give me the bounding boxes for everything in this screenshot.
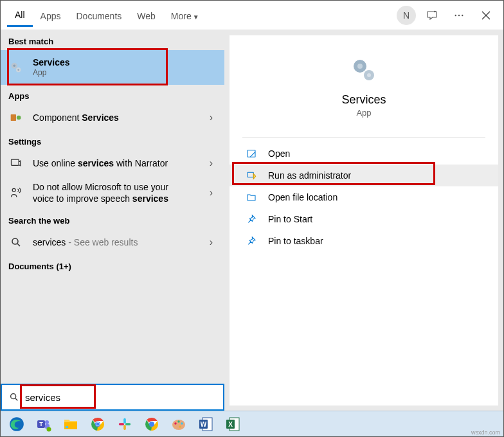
- search-bar: [1, 384, 224, 411]
- tab-more[interactable]: More▼: [163, 4, 207, 26]
- svg-point-1: [455, 14, 456, 15]
- result-sub: App: [33, 68, 217, 78]
- component-icon: [8, 110, 24, 125]
- tab-documents[interactable]: Documents: [68, 4, 129, 26]
- tab-web[interactable]: Web: [129, 4, 163, 26]
- svg-point-5: [13, 64, 15, 67]
- svg-text:X: X: [228, 421, 233, 428]
- svg-rect-10: [12, 159, 19, 165]
- folder-icon: [245, 191, 258, 204]
- taskbar-explorer-icon[interactable]: [59, 414, 83, 434]
- search-icon: [7, 392, 21, 402]
- svg-rect-27: [66, 426, 68, 428]
- search-input[interactable]: [21, 392, 218, 403]
- action-open[interactable]: Open: [230, 143, 498, 165]
- svg-point-15: [357, 64, 363, 69]
- chevron-right-icon: ›: [206, 157, 217, 169]
- section-documents: Documents (1+): [1, 255, 224, 275]
- svg-rect-26: [64, 422, 77, 429]
- gears-icon: [8, 60, 24, 75]
- search-icon: [8, 235, 24, 250]
- svg-point-41: [181, 422, 183, 424]
- preview-panel: Services App Open Run as administrator: [224, 30, 503, 411]
- taskbar-edge-icon[interactable]: [4, 414, 29, 434]
- svg-point-12: [12, 238, 18, 244]
- admin-icon: [245, 169, 258, 182]
- svg-point-7: [17, 69, 19, 71]
- preview-sub: App: [230, 108, 498, 118]
- taskbar-paint-icon[interactable]: [166, 414, 191, 434]
- tab-apps[interactable]: Apps: [33, 4, 69, 26]
- section-best-match: Best match: [1, 30, 224, 50]
- svg-point-25: [47, 427, 51, 431]
- gears-icon: [348, 55, 379, 85]
- svg-point-31: [96, 422, 100, 425]
- result-component-services[interactable]: Component Services ›: [1, 105, 224, 130]
- svg-point-9: [17, 115, 21, 120]
- taskbar-chrome2-icon[interactable]: [140, 414, 164, 434]
- more-icon[interactable]: [448, 4, 470, 26]
- taskbar-slack-icon[interactable]: [113, 414, 137, 434]
- preview-title: Services: [230, 93, 498, 107]
- chevron-right-icon: ›: [206, 187, 217, 199]
- action-pin-taskbar[interactable]: Pin to taskbar: [230, 230, 498, 252]
- svg-point-39: [174, 422, 176, 424]
- open-icon: [245, 147, 258, 160]
- svg-point-42: [179, 425, 181, 427]
- section-apps: Apps: [1, 85, 224, 105]
- pin-icon: [245, 213, 258, 226]
- svg-point-11: [12, 188, 15, 192]
- close-icon[interactable]: [475, 4, 497, 26]
- svg-rect-8: [11, 114, 16, 121]
- result-services-app[interactable]: Services App: [1, 50, 224, 85]
- svg-point-2: [458, 14, 460, 15]
- svg-point-0: [435, 11, 436, 12]
- taskbar: T W X: [1, 411, 503, 436]
- taskbar-chrome-icon[interactable]: [86, 414, 110, 434]
- svg-point-37: [149, 422, 154, 427]
- result-title: Services: [33, 57, 217, 68]
- svg-text:W: W: [201, 421, 207, 428]
- svg-rect-19: [248, 172, 253, 177]
- chevron-right-icon: ›: [206, 236, 217, 248]
- result-narrator-services[interactable]: Use online services with Narrator ›: [1, 150, 224, 176]
- svg-point-3: [462, 14, 463, 15]
- tab-bar: All Apps Documents Web More▼ N: [1, 1, 503, 30]
- svg-point-40: [177, 420, 179, 422]
- taskbar-word-icon[interactable]: W: [194, 414, 218, 434]
- result-web-search[interactable]: services - See web results ›: [1, 229, 224, 255]
- svg-rect-34: [123, 424, 126, 429]
- svg-point-13: [11, 394, 16, 399]
- tab-all[interactable]: All: [7, 3, 33, 27]
- results-panel: Best match Services App Apps Component S…: [1, 30, 224, 411]
- action-run-admin[interactable]: Run as administrator: [230, 165, 498, 186]
- svg-point-17: [367, 73, 371, 77]
- narrator-icon: [8, 156, 24, 171]
- section-settings: Settings: [1, 130, 224, 150]
- svg-rect-33: [125, 423, 130, 425]
- watermark: wsxdn.com: [471, 429, 500, 436]
- svg-point-23: [45, 420, 49, 424]
- taskbar-excel-icon[interactable]: X: [221, 414, 245, 434]
- action-open-location[interactable]: Open file location: [230, 186, 498, 208]
- speech-icon: [8, 185, 24, 201]
- action-pin-start[interactable]: Pin to Start: [230, 208, 498, 230]
- result-speech-services[interactable]: Do not allow Microsoft to use yourvoice …: [1, 176, 224, 210]
- feedback-icon[interactable]: [421, 4, 443, 26]
- svg-rect-32: [123, 418, 126, 423]
- svg-rect-35: [119, 423, 124, 425]
- user-avatar[interactable]: N: [397, 6, 416, 25]
- taskbar-teams-icon[interactable]: T: [32, 414, 56, 434]
- section-search-web: Search the web: [1, 210, 224, 229]
- svg-text:T: T: [39, 421, 43, 427]
- pin-icon: [245, 235, 258, 247]
- chevron-right-icon: ›: [206, 112, 217, 123]
